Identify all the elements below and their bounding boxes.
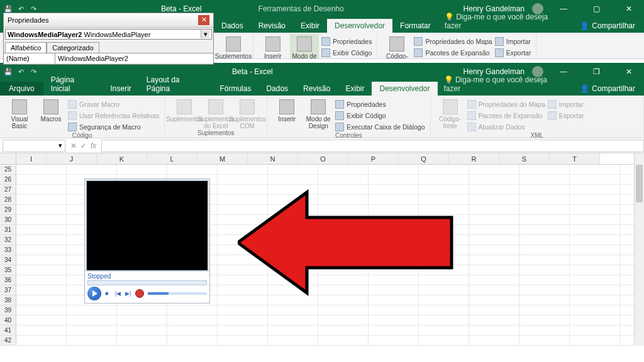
addins-button[interactable]: Suplementos bbox=[170, 97, 199, 123]
tab-revisao[interactable]: Revisão bbox=[251, 19, 293, 33]
restore-icon[interactable]: ❐ bbox=[584, 63, 609, 80]
stop-icon[interactable]: ■ bbox=[105, 290, 111, 297]
row-header[interactable]: 25 bbox=[0, 165, 16, 175]
design-mode-button[interactable]: Modo de Design bbox=[304, 97, 333, 129]
row-cells[interactable] bbox=[16, 315, 644, 326]
addins-button[interactable]: Suplementos bbox=[219, 34, 248, 59]
tellme[interactable]: 💡 Diga-me o que você deseja fazer bbox=[438, 10, 572, 33]
expansion-button[interactable]: Pacotes de Expansão bbox=[467, 110, 545, 121]
row-header[interactable]: 35 bbox=[0, 265, 16, 275]
col-header[interactable]: L bbox=[147, 153, 197, 164]
macros-button[interactable]: Macros bbox=[36, 97, 65, 123]
insert-control-button[interactable]: Inserir bbox=[272, 97, 301, 123]
tab-exibir[interactable]: Exibir bbox=[293, 19, 327, 33]
volume-slider[interactable] bbox=[148, 292, 207, 295]
row-header[interactable]: 27 bbox=[0, 185, 16, 195]
export-button[interactable]: Exportar bbox=[495, 47, 531, 58]
select-all-corner[interactable] bbox=[0, 153, 16, 164]
media-player-object[interactable]: Stopped ■ |◀ ▶| bbox=[84, 178, 210, 304]
xml-source-button[interactable]: Código- bbox=[382, 34, 411, 59]
row-header[interactable]: 40 bbox=[0, 315, 16, 326]
properties-button[interactable]: Propriedades bbox=[321, 36, 372, 47]
row-header[interactable]: 41 bbox=[0, 326, 16, 336]
design-mode-button[interactable]: Modo de bbox=[290, 34, 319, 59]
tab-developer[interactable]: Desenvolvedor bbox=[372, 82, 437, 96]
fx-icon[interactable]: fx bbox=[91, 141, 96, 150]
row-header[interactable]: 42 bbox=[0, 336, 16, 346]
import-button[interactable]: Importar bbox=[548, 99, 584, 109]
col-header[interactable]: M bbox=[197, 153, 248, 164]
prev-icon[interactable]: |◀ bbox=[115, 290, 121, 297]
view-code-button[interactable]: Exibir Código bbox=[321, 47, 372, 58]
xml-source-button[interactable]: Código-fonte bbox=[436, 97, 465, 129]
row-header[interactable]: 34 bbox=[0, 255, 16, 265]
seek-bar[interactable] bbox=[87, 280, 207, 285]
row-header[interactable]: 38 bbox=[0, 295, 16, 305]
row-header[interactable]: 30 bbox=[0, 215, 16, 225]
run-dialog-button[interactable]: Executar Caixa de Diálogo bbox=[335, 121, 425, 132]
play-button[interactable] bbox=[87, 287, 101, 300]
prop-row-name[interactable]: (Name) WindowsMediaPlayer2 bbox=[4, 53, 213, 64]
map-props-button[interactable]: Propriedades do Mapa bbox=[467, 99, 545, 109]
redo-icon[interactable]: ↷ bbox=[29, 4, 38, 13]
cancel-icon[interactable]: ✕ bbox=[70, 141, 77, 150]
next-icon[interactable]: ▶| bbox=[125, 290, 131, 297]
tellme[interactable]: 💡 Diga-me o que você deseja fazer bbox=[438, 73, 572, 96]
col-header[interactable]: Q bbox=[399, 153, 449, 164]
row-header[interactable]: 39 bbox=[0, 305, 16, 315]
share-button[interactable]: 👤 Compartilhar bbox=[571, 19, 644, 33]
save-icon[interactable]: 💾 bbox=[4, 67, 13, 76]
row-header[interactable]: 29 bbox=[0, 205, 16, 215]
undo-icon[interactable]: ↶ bbox=[16, 4, 25, 13]
macro-security-button[interactable]: Segurança de Macro bbox=[68, 121, 159, 132]
com-addins-button[interactable]: Suplementos COM bbox=[233, 97, 262, 129]
row-header[interactable]: 36 bbox=[0, 275, 16, 285]
record-macro-button[interactable]: Gravar Macro bbox=[68, 99, 159, 109]
row-cells[interactable] bbox=[16, 165, 644, 175]
col-header[interactable]: I bbox=[16, 153, 47, 164]
maximize-icon[interactable]: ▢ bbox=[584, 0, 609, 18]
refresh-button[interactable]: Atualizar Dados bbox=[467, 121, 545, 132]
tab-data[interactable]: Dados bbox=[258, 82, 296, 96]
insert-control-button[interactable]: Inserir bbox=[258, 34, 287, 59]
row-header[interactable]: 28 bbox=[0, 195, 16, 205]
visual-basic-button[interactable]: Visual Basic bbox=[5, 97, 34, 129]
file-tab[interactable]: Arquivo bbox=[0, 82, 43, 96]
redo-icon[interactable]: ↷ bbox=[29, 67, 38, 76]
row-header[interactable]: 26 bbox=[0, 175, 16, 185]
col-header[interactable]: S bbox=[499, 153, 550, 164]
col-header[interactable]: O bbox=[298, 153, 348, 164]
col-header[interactable]: R bbox=[449, 153, 499, 164]
tab-dados[interactable]: Dados bbox=[214, 19, 251, 33]
chevron-down-icon[interactable]: ▾ bbox=[201, 30, 209, 38]
row-header[interactable]: 33 bbox=[0, 245, 16, 255]
tab-desenvolvedor[interactable]: Desenvolvedor bbox=[327, 19, 392, 33]
object-selector[interactable]: WindowsMediaPlayer2 WindowsMediaPlayer ▾ bbox=[5, 29, 212, 40]
col-header[interactable]: P bbox=[348, 153, 399, 164]
export-button[interactable]: Exportar bbox=[548, 110, 584, 121]
tab-insert[interactable]: Inserir bbox=[103, 82, 138, 96]
tab-categorized[interactable]: Categorizado bbox=[47, 42, 99, 53]
save-icon[interactable]: 💾 bbox=[4, 4, 13, 13]
name-box[interactable]: ▾ bbox=[3, 140, 65, 152]
row-cells[interactable] bbox=[16, 326, 644, 336]
col-header[interactable]: T bbox=[550, 153, 600, 164]
undo-icon[interactable]: ↶ bbox=[16, 67, 25, 76]
col-header[interactable]: J bbox=[47, 153, 97, 164]
tab-alphabetic[interactable]: Alfabético bbox=[5, 42, 47, 53]
import-button[interactable]: Importar bbox=[495, 36, 531, 47]
col-header[interactable]: N bbox=[248, 153, 298, 164]
expansion-button[interactable]: Pacotes de Expansão bbox=[414, 47, 492, 58]
tab-formulas[interactable]: Fórmulas bbox=[212, 82, 258, 96]
tab-formatar[interactable]: Formatar bbox=[392, 19, 438, 33]
excel-addins-button[interactable]: Suplementos do Excel bbox=[201, 97, 230, 129]
row-header[interactable]: 31 bbox=[0, 225, 16, 235]
col-header[interactable]: K bbox=[97, 153, 147, 164]
row-cells[interactable] bbox=[16, 305, 644, 315]
share-button[interactable]: 👤 Compartilhar bbox=[571, 82, 644, 96]
close-icon[interactable]: ✕ bbox=[616, 63, 641, 80]
row-header[interactable]: 32 bbox=[0, 235, 16, 245]
map-props-button[interactable]: Propriedades do Mapa bbox=[414, 36, 492, 47]
row-cells[interactable] bbox=[16, 336, 644, 346]
worksheet[interactable]: I J K L M N O P Q R S T 2526272829303132… bbox=[0, 153, 644, 346]
